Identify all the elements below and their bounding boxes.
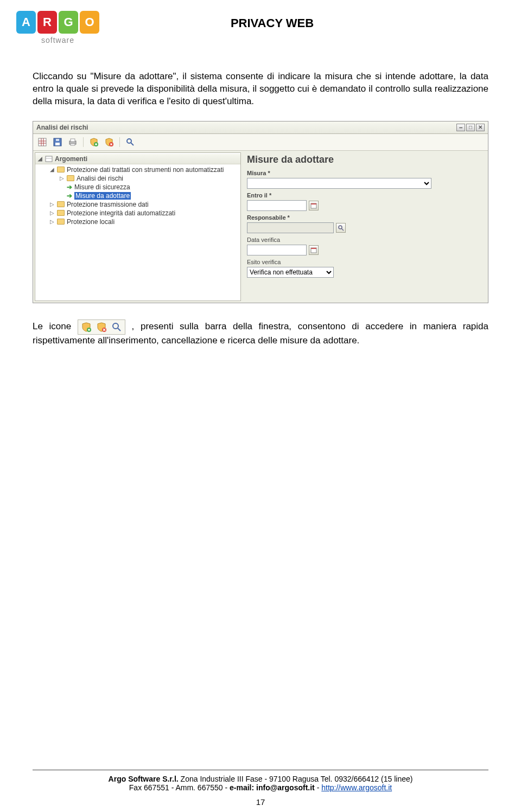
folder-icon — [57, 167, 65, 172]
icons-paragraph: Le icone , presenti sulla barra della fi… — [33, 319, 488, 347]
tree-item-label: Analisi dei rischi — [77, 175, 123, 182]
page-footer: Argo Software S.r.l. Zona Industriale II… — [33, 770, 488, 807]
window-toolbar — [33, 134, 488, 151]
select-esito[interactable]: Verifica non effettuata — [247, 267, 334, 278]
svg-rect-10 — [71, 144, 75, 145]
svg-line-24 — [341, 228, 344, 231]
search-icon — [109, 321, 124, 334]
tree-item-protezione-locali[interactable]: ▷ Protezione locali — [40, 218, 240, 226]
toolbar-grid-icon[interactable] — [36, 136, 48, 148]
expand-icon[interactable]: ▷ — [59, 175, 65, 181]
date-picker-icon[interactable] — [309, 201, 319, 210]
minimize-button[interactable]: ‒ — [456, 124, 465, 131]
window-title: Analisi dei rischi — [36, 124, 88, 131]
maximize-button[interactable]: □ — [466, 124, 475, 131]
form-title: Misure da adottare — [247, 154, 482, 165]
para2-pre: Le icone — [33, 321, 78, 331]
tree-root-header: ◢ Argomenti — [35, 154, 240, 164]
shield-add-icon — [79, 321, 94, 334]
document-header: A R G O software PRIVACY WEB — [33, 11, 488, 44]
tree-item-label: Protezione dati trattati con strumenti n… — [67, 166, 224, 174]
inline-icon-group — [78, 319, 125, 335]
svg-rect-22 — [311, 203, 316, 204]
svg-rect-6 — [55, 143, 60, 145]
svg-rect-26 — [311, 248, 316, 249]
label-responsabile: Responsabile * — [247, 214, 482, 221]
svg-line-18 — [131, 143, 134, 145]
intro-paragraph: Cliccando su "Misure da adottare", il si… — [33, 71, 488, 108]
expand-icon[interactable]: ▷ — [49, 219, 55, 225]
form-panel: Misure da adottare Misura * Entro il * R… — [243, 151, 488, 303]
label-misura: Misura * — [247, 170, 482, 176]
label-esito: Esito verifica — [247, 259, 482, 265]
logo-letter-r: R — [37, 11, 57, 34]
shield-delete-icon — [94, 321, 109, 334]
tree-item-label: Protezione trasmissione dati — [67, 201, 149, 208]
footer-email: e-mail: info@argosoft.it — [230, 783, 315, 792]
window-titlebar: Analisi dei rischi ‒ □ ✕ — [33, 122, 488, 134]
svg-point-33 — [113, 323, 118, 329]
svg-line-34 — [118, 328, 120, 331]
page-title: PRIVACY WEB — [56, 16, 488, 30]
input-data-verifica[interactable] — [247, 245, 307, 255]
tree-item-protezione-non-auto[interactable]: ◢ Protezione dati trattati con strumenti… — [40, 165, 240, 174]
footer-company: Argo Software S.r.l. — [109, 775, 179, 783]
svg-rect-7 — [56, 139, 59, 141]
folder-icon — [57, 210, 65, 216]
tree-item-protezione-integrita[interactable]: ▷ Protezione integrità dati automatizzat… — [40, 209, 240, 218]
folder-icon — [57, 219, 65, 225]
app-window: Analisi dei rischi ‒ □ ✕ — [33, 121, 488, 303]
lookup-icon[interactable] — [336, 223, 346, 233]
page-number: 17 — [33, 797, 488, 807]
close-button[interactable]: ✕ — [476, 124, 485, 131]
tree-panel: ◢ Argomenti ◢ Protezione dati trattati c… — [35, 152, 241, 301]
svg-point-17 — [127, 139, 131, 143]
tree-item-analisi-rischi[interactable]: ▷ Analisi dei rischi — [40, 174, 240, 183]
date-picker-icon[interactable] — [309, 245, 319, 255]
tree-root-icon — [45, 155, 53, 163]
input-entro[interactable] — [247, 200, 307, 211]
tree-item-misure-sicurezza[interactable]: ➔ Misure di sicurezza — [40, 183, 240, 191]
shield-delete-icon[interactable] — [103, 136, 115, 148]
arrow-icon: ➔ — [67, 183, 72, 191]
expand-icon[interactable]: ◢ — [49, 167, 55, 172]
shield-add-icon[interactable] — [88, 136, 100, 148]
svg-rect-0 — [39, 138, 46, 146]
select-misura[interactable] — [247, 178, 431, 189]
tree-item-protezione-trasmissione[interactable]: ▷ Protezione trasmissione dati — [40, 200, 240, 209]
arrow-icon: ➔ — [67, 192, 72, 200]
tree-item-label: Protezione locali — [67, 218, 115, 226]
footer-address: Zona Industriale III Fase - 97100 Ragusa… — [179, 775, 413, 783]
search-icon[interactable] — [124, 136, 136, 148]
footer-sep: - — [315, 783, 321, 792]
collapse-icon[interactable]: ◢ — [37, 156, 43, 162]
svg-rect-9 — [71, 139, 75, 142]
input-responsabile[interactable] — [247, 222, 334, 233]
footer-fax: Fax 667551 - Amm. 667550 - — [129, 783, 230, 792]
logo-subtitle: software — [41, 36, 74, 44]
expand-icon[interactable]: ▷ — [49, 210, 55, 216]
tree-item-misure-adottare[interactable]: ➔ Misure da adottare — [40, 191, 240, 200]
tree-item-label: Protezione integrità dati automatizzati — [67, 209, 175, 217]
svg-rect-19 — [46, 156, 52, 162]
tree-item-label: Misure di sicurezza — [74, 183, 130, 191]
folder-icon — [57, 201, 65, 207]
footer-link[interactable]: http://www.argosoft.it — [321, 783, 392, 792]
label-entro: Entro il * — [247, 192, 482, 199]
label-data-verifica: Data verifica — [247, 236, 482, 243]
tree-root-label: Argomenti — [55, 155, 87, 163]
logo-letter-a: A — [16, 11, 36, 34]
tree-item-label: Misure da adottare — [74, 192, 131, 200]
save-icon[interactable] — [52, 136, 63, 148]
expand-icon[interactable]: ▷ — [49, 201, 55, 207]
print-icon[interactable] — [67, 136, 79, 148]
folder-icon — [67, 175, 74, 181]
